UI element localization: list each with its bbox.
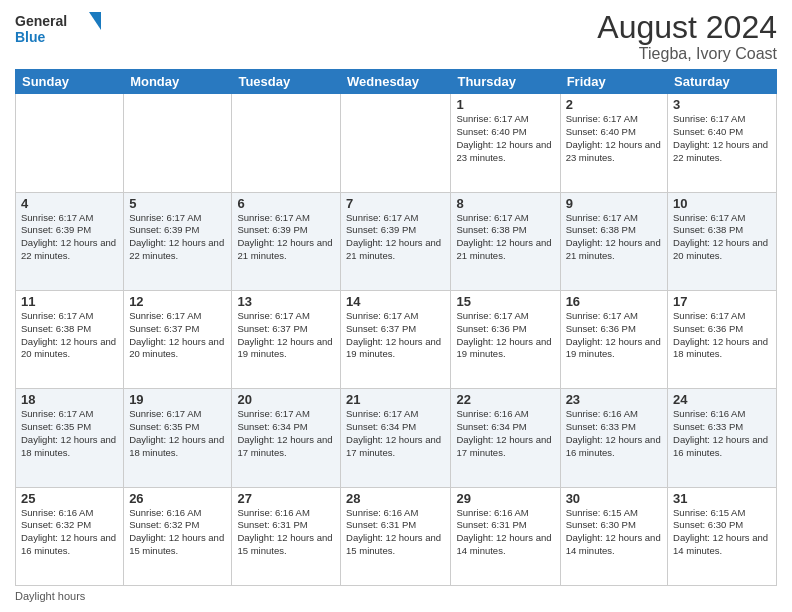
day-info: Sunrise: 6:17 AM Sunset: 6:38 PM Dayligh…: [21, 310, 118, 361]
day-number: 23: [566, 392, 662, 407]
day-number: 22: [456, 392, 554, 407]
calendar-day-cell: 9Sunrise: 6:17 AM Sunset: 6:38 PM Daylig…: [560, 192, 667, 290]
day-info: Sunrise: 6:17 AM Sunset: 6:34 PM Dayligh…: [237, 408, 335, 459]
day-info: Sunrise: 6:17 AM Sunset: 6:36 PM Dayligh…: [456, 310, 554, 361]
day-number: 5: [129, 196, 226, 211]
day-number: 30: [566, 491, 662, 506]
title-block: August 2024 Tiegba, Ivory Coast: [597, 10, 777, 63]
day-number: 1: [456, 97, 554, 112]
calendar-header-row: SundayMondayTuesdayWednesdayThursdayFrid…: [16, 70, 777, 94]
calendar-day-cell: 30Sunrise: 6:15 AM Sunset: 6:30 PM Dayli…: [560, 487, 667, 585]
calendar-day-cell: 20Sunrise: 6:17 AM Sunset: 6:34 PM Dayli…: [232, 389, 341, 487]
calendar-day-cell: 31Sunrise: 6:15 AM Sunset: 6:30 PM Dayli…: [668, 487, 777, 585]
day-info: Sunrise: 6:17 AM Sunset: 6:37 PM Dayligh…: [237, 310, 335, 361]
calendar-day-cell: 3Sunrise: 6:17 AM Sunset: 6:40 PM Daylig…: [668, 94, 777, 192]
calendar-day-cell: 7Sunrise: 6:17 AM Sunset: 6:39 PM Daylig…: [341, 192, 451, 290]
calendar-day-cell: 19Sunrise: 6:17 AM Sunset: 6:35 PM Dayli…: [124, 389, 232, 487]
day-info: Sunrise: 6:16 AM Sunset: 6:32 PM Dayligh…: [129, 507, 226, 558]
day-number: 25: [21, 491, 118, 506]
calendar-day-cell: [232, 94, 341, 192]
day-number: 24: [673, 392, 771, 407]
calendar-day-header: Sunday: [16, 70, 124, 94]
day-info: Sunrise: 6:17 AM Sunset: 6:39 PM Dayligh…: [21, 212, 118, 263]
calendar-day-cell: 1Sunrise: 6:17 AM Sunset: 6:40 PM Daylig…: [451, 94, 560, 192]
calendar-day-cell: 28Sunrise: 6:16 AM Sunset: 6:31 PM Dayli…: [341, 487, 451, 585]
day-number: 20: [237, 392, 335, 407]
day-info: Sunrise: 6:17 AM Sunset: 6:36 PM Dayligh…: [673, 310, 771, 361]
day-info: Sunrise: 6:17 AM Sunset: 6:39 PM Dayligh…: [346, 212, 445, 263]
calendar-week-row: 11Sunrise: 6:17 AM Sunset: 6:38 PM Dayli…: [16, 290, 777, 388]
page-subtitle: Tiegba, Ivory Coast: [597, 45, 777, 63]
day-info: Sunrise: 6:16 AM Sunset: 6:31 PM Dayligh…: [237, 507, 335, 558]
day-info: Sunrise: 6:17 AM Sunset: 6:37 PM Dayligh…: [129, 310, 226, 361]
day-info: Sunrise: 6:17 AM Sunset: 6:38 PM Dayligh…: [566, 212, 662, 263]
day-number: 11: [21, 294, 118, 309]
calendar-day-header: Wednesday: [341, 70, 451, 94]
calendar-day-cell: 17Sunrise: 6:17 AM Sunset: 6:36 PM Dayli…: [668, 290, 777, 388]
calendar-day-header: Thursday: [451, 70, 560, 94]
svg-text:General: General: [15, 13, 67, 29]
calendar-day-cell: 16Sunrise: 6:17 AM Sunset: 6:36 PM Dayli…: [560, 290, 667, 388]
calendar-day-cell: [16, 94, 124, 192]
day-number: 13: [237, 294, 335, 309]
day-number: 7: [346, 196, 445, 211]
header: General Blue August 2024 Tiegba, Ivory C…: [15, 10, 777, 63]
day-info: Sunrise: 6:17 AM Sunset: 6:37 PM Dayligh…: [346, 310, 445, 361]
day-info: Sunrise: 6:17 AM Sunset: 6:40 PM Dayligh…: [456, 113, 554, 164]
calendar-day-cell: 11Sunrise: 6:17 AM Sunset: 6:38 PM Dayli…: [16, 290, 124, 388]
calendar-day-cell: [124, 94, 232, 192]
day-number: 29: [456, 491, 554, 506]
page: General Blue August 2024 Tiegba, Ivory C…: [0, 0, 792, 612]
calendar-day-cell: 8Sunrise: 6:17 AM Sunset: 6:38 PM Daylig…: [451, 192, 560, 290]
calendar-day-header: Friday: [560, 70, 667, 94]
day-info: Sunrise: 6:16 AM Sunset: 6:34 PM Dayligh…: [456, 408, 554, 459]
calendar-day-cell: 27Sunrise: 6:16 AM Sunset: 6:31 PM Dayli…: [232, 487, 341, 585]
day-info: Sunrise: 6:16 AM Sunset: 6:32 PM Dayligh…: [21, 507, 118, 558]
calendar-day-cell: 10Sunrise: 6:17 AM Sunset: 6:38 PM Dayli…: [668, 192, 777, 290]
day-info: Sunrise: 6:17 AM Sunset: 6:40 PM Dayligh…: [566, 113, 662, 164]
day-info: Sunrise: 6:15 AM Sunset: 6:30 PM Dayligh…: [566, 507, 662, 558]
day-info: Sunrise: 6:17 AM Sunset: 6:38 PM Dayligh…: [456, 212, 554, 263]
day-info: Sunrise: 6:17 AM Sunset: 6:34 PM Dayligh…: [346, 408, 445, 459]
calendar-day-cell: 6Sunrise: 6:17 AM Sunset: 6:39 PM Daylig…: [232, 192, 341, 290]
day-number: 17: [673, 294, 771, 309]
logo-svg: General Blue: [15, 10, 105, 48]
page-title: August 2024: [597, 10, 777, 45]
calendar-day-header: Saturday: [668, 70, 777, 94]
calendar-day-cell: 4Sunrise: 6:17 AM Sunset: 6:39 PM Daylig…: [16, 192, 124, 290]
calendar-day-cell: 26Sunrise: 6:16 AM Sunset: 6:32 PM Dayli…: [124, 487, 232, 585]
day-info: Sunrise: 6:17 AM Sunset: 6:35 PM Dayligh…: [21, 408, 118, 459]
day-number: 8: [456, 196, 554, 211]
day-info: Sunrise: 6:16 AM Sunset: 6:33 PM Dayligh…: [673, 408, 771, 459]
calendar-day-cell: 22Sunrise: 6:16 AM Sunset: 6:34 PM Dayli…: [451, 389, 560, 487]
day-info: Sunrise: 6:17 AM Sunset: 6:39 PM Dayligh…: [129, 212, 226, 263]
calendar-day-cell: 5Sunrise: 6:17 AM Sunset: 6:39 PM Daylig…: [124, 192, 232, 290]
day-number: 12: [129, 294, 226, 309]
day-info: Sunrise: 6:15 AM Sunset: 6:30 PM Dayligh…: [673, 507, 771, 558]
calendar-day-cell: 25Sunrise: 6:16 AM Sunset: 6:32 PM Dayli…: [16, 487, 124, 585]
calendar-week-row: 25Sunrise: 6:16 AM Sunset: 6:32 PM Dayli…: [16, 487, 777, 585]
calendar-day-cell: 13Sunrise: 6:17 AM Sunset: 6:37 PM Dayli…: [232, 290, 341, 388]
day-info: Sunrise: 6:17 AM Sunset: 6:35 PM Dayligh…: [129, 408, 226, 459]
calendar-body: 1Sunrise: 6:17 AM Sunset: 6:40 PM Daylig…: [16, 94, 777, 586]
calendar-day-cell: 21Sunrise: 6:17 AM Sunset: 6:34 PM Dayli…: [341, 389, 451, 487]
day-number: 26: [129, 491, 226, 506]
footer-note: Daylight hours: [15, 590, 777, 602]
calendar-day-cell: 29Sunrise: 6:16 AM Sunset: 6:31 PM Dayli…: [451, 487, 560, 585]
day-number: 18: [21, 392, 118, 407]
day-info: Sunrise: 6:16 AM Sunset: 6:33 PM Dayligh…: [566, 408, 662, 459]
calendar-day-cell: 24Sunrise: 6:16 AM Sunset: 6:33 PM Dayli…: [668, 389, 777, 487]
day-number: 4: [21, 196, 118, 211]
calendar-day-header: Tuesday: [232, 70, 341, 94]
calendar-day-cell: 18Sunrise: 6:17 AM Sunset: 6:35 PM Dayli…: [16, 389, 124, 487]
calendar-day-cell: 2Sunrise: 6:17 AM Sunset: 6:40 PM Daylig…: [560, 94, 667, 192]
logo: General Blue: [15, 10, 105, 48]
day-info: Sunrise: 6:16 AM Sunset: 6:31 PM Dayligh…: [346, 507, 445, 558]
calendar-day-cell: 15Sunrise: 6:17 AM Sunset: 6:36 PM Dayli…: [451, 290, 560, 388]
day-number: 14: [346, 294, 445, 309]
calendar-day-cell: [341, 94, 451, 192]
svg-text:Blue: Blue: [15, 29, 46, 45]
day-number: 21: [346, 392, 445, 407]
day-number: 27: [237, 491, 335, 506]
day-info: Sunrise: 6:17 AM Sunset: 6:36 PM Dayligh…: [566, 310, 662, 361]
